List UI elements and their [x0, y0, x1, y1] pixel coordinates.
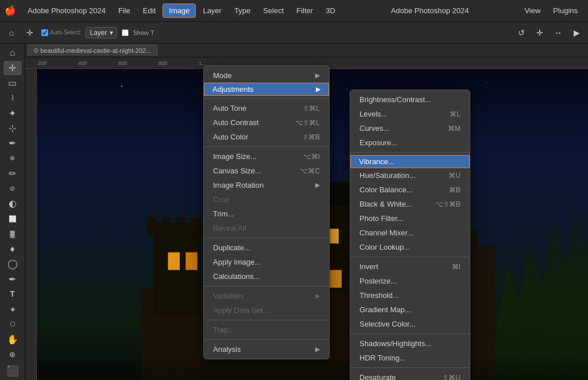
image-menu-reveal-all: Reveal All: [204, 221, 329, 235]
menu-3d[interactable]: 3D: [320, 4, 341, 17]
svg-rect-3: [148, 217, 156, 229]
left-toolbar: ⌂ ✛ ▭ ⌇ ✦ ⊹ ✒ ⊕ ✏ ⊘ ◐ ⬜ ▓ ♦ ◯ ✒ T ◈ ⬡ ✋ …: [0, 44, 25, 380]
rotate-ccw-icon[interactable]: ↺: [514, 26, 528, 40]
image-menu-apply-data-set: Apply Data Set...: [204, 303, 329, 317]
adj-brightness-contrast[interactable]: Brightness/Contrast...: [350, 92, 470, 107]
adjustments-submenu: Brightness/Contrast... Levels... ⌘L Curv…: [350, 90, 470, 380]
layer-dropdown[interactable]: Layer ▾: [86, 27, 117, 38]
submenu-arrow-adjustments-icon: ▶: [316, 86, 320, 93]
canvas-area: © beautiful-medieval-castle-at-night-202…: [25, 44, 588, 380]
tool-eraser[interactable]: ⬜: [3, 212, 22, 226]
adj-threshold[interactable]: Threshold...: [350, 288, 470, 303]
image-menu-adjustments[interactable]: Adjustments ▶: [204, 83, 329, 96]
tool-zoom[interactable]: ⊕: [3, 347, 22, 361]
image-menu-crop: Crop: [204, 192, 329, 207]
adj-hdr-toning[interactable]: HDR Toning...: [350, 351, 470, 365]
menu-ps-title[interactable]: Adobe Photoshop 2024: [22, 4, 111, 17]
separator6: [204, 339, 329, 340]
adj-vibrance[interactable]: Vibrance...: [350, 155, 470, 168]
tool-healing[interactable]: ⊕: [3, 152, 22, 165]
image-menu-apply-image[interactable]: Apply Image...: [204, 255, 329, 269]
menu-type[interactable]: Type: [229, 4, 256, 17]
svg-rect-4: [162, 217, 171, 229]
adj-gradient-map[interactable]: Gradient Map...: [350, 303, 470, 317]
tool-pen[interactable]: ✒: [3, 272, 22, 286]
foreground-bg-colors[interactable]: ⬛: [3, 364, 22, 378]
menu-plugins[interactable]: Plugins: [547, 4, 583, 17]
adj-black-white[interactable]: Black & White... ⌥⇧⌘B: [350, 197, 470, 211]
auto-select-label: Auto-Select:: [50, 29, 81, 36]
menu-image[interactable]: Image: [163, 3, 196, 18]
tool-home[interactable]: ⌂: [3, 46, 22, 60]
adj-shadows-highlights[interactable]: Shadows/Highlights...: [350, 336, 470, 351]
tool-hand[interactable]: ✋: [3, 332, 22, 346]
image-menu-canvas-size[interactable]: Canvas Size... ⌥⌘C: [204, 164, 329, 178]
tool-magic-wand[interactable]: ✦: [3, 106, 22, 120]
tool-path[interactable]: ◈: [3, 303, 22, 316]
adj-desaturate[interactable]: Desaturate ⇧⌘U: [350, 370, 470, 380]
menu-edit[interactable]: Edit: [137, 4, 161, 17]
separator-adj4: [350, 367, 470, 368]
image-menu-variables: Variables ▶: [204, 289, 329, 303]
adj-photo-filter[interactable]: Photo Filter...: [350, 211, 470, 226]
canvas-tab[interactable]: © beautiful-medieval-castle-at-night-202…: [28, 45, 157, 56]
adj-selective-color[interactable]: Selective Color...: [350, 317, 470, 331]
image-menu-auto-tone[interactable]: Auto Tone ⇧⌘L: [204, 101, 329, 115]
tool-lasso[interactable]: ⌇: [3, 91, 22, 105]
separator-adj1: [350, 152, 470, 153]
show-transform-controls-checkbox[interactable]: [122, 29, 129, 36]
tool-eyedropper[interactable]: ✒: [3, 137, 22, 150]
move-toolbar-icon[interactable]: ✛: [23, 26, 37, 40]
adj-color-balance[interactable]: Color Balance... ⌘B: [350, 183, 470, 197]
image-menu-duplicate[interactable]: Duplicate...: [204, 241, 329, 255]
auto-select-checkbox[interactable]: [41, 29, 48, 36]
adj-color-lookup[interactable]: Color Lookup...: [350, 240, 470, 254]
tool-clone[interactable]: ⊘: [3, 181, 22, 195]
svg-rect-19: [330, 228, 339, 243]
options-toolbar: ⌂ ✛ Auto-Select: Layer ▾ Show T ↺ ✛ ↔ ▶: [0, 22, 588, 44]
separator-adj2: [350, 257, 470, 257]
image-menu-auto-contrast[interactable]: Auto Contrast ⌥⇧⌘L: [204, 115, 329, 130]
adj-curves[interactable]: Curves... ⌘M: [350, 121, 470, 135]
tool-move[interactable]: ✛: [3, 61, 22, 75]
menu-file[interactable]: File: [113, 4, 136, 17]
image-menu-image-rotation[interactable]: Image Rotation ▶: [204, 178, 329, 192]
adj-invert[interactable]: Invert ⌘I: [350, 259, 470, 274]
menu-select[interactable]: Select: [257, 4, 289, 17]
svg-rect-5: [177, 217, 185, 229]
menu-layer[interactable]: Layer: [197, 4, 227, 17]
image-menu-mode[interactable]: Mode ▶: [204, 68, 329, 83]
tool-marquee[interactable]: ▭: [3, 76, 22, 90]
image-menu-trim[interactable]: Trim...: [204, 207, 329, 221]
move2-icon[interactable]: ↔: [551, 26, 565, 40]
submenu-arrow-variables-icon: ▶: [315, 292, 320, 300]
position-icon[interactable]: ✛: [533, 26, 547, 40]
tool-brush[interactable]: ✏: [3, 166, 22, 180]
adj-hue-saturation[interactable]: Hue/Saturation... ⌘U: [350, 168, 470, 183]
home-toolbar-icon[interactable]: ⌂: [5, 26, 18, 40]
adj-levels[interactable]: Levels... ⌘L: [350, 107, 470, 121]
image-menu-calculations[interactable]: Calculations...: [204, 269, 329, 284]
adj-posterize[interactable]: Posterize...: [350, 274, 470, 288]
menu-view[interactable]: View: [519, 4, 546, 17]
menu-filter[interactable]: Filter: [291, 4, 319, 17]
tool-gradient[interactable]: ▓: [3, 227, 22, 241]
svg-rect-23: [330, 270, 342, 288]
adj-exposure[interactable]: Exposure...: [350, 135, 470, 150]
image-menu-auto-color[interactable]: Auto Color ⇧⌘B: [204, 130, 329, 144]
separator2: [204, 146, 329, 147]
tool-history[interactable]: ◐: [3, 197, 22, 211]
image-menu-image-size[interactable]: Image Size... ⌥⌘I: [204, 149, 329, 164]
apple-logo-icon[interactable]: 🍎: [5, 5, 16, 16]
adj-channel-mixer[interactable]: Channel Mixer...: [350, 226, 470, 240]
video-icon[interactable]: ▶: [570, 26, 583, 40]
image-menu-analysis[interactable]: Analysis ▶: [204, 342, 329, 356]
tool-type[interactable]: T: [3, 287, 22, 301]
show-t-label: Show T: [133, 29, 154, 36]
tool-shape[interactable]: ⬡: [3, 317, 22, 331]
tool-crop[interactable]: ⊹: [3, 121, 22, 135]
main-area: ⌂ ✛ ▭ ⌇ ✦ ⊹ ✒ ⊕ ✏ ⊘ ◐ ⬜ ▓ ♦ ◯ ✒ T ◈ ⬡ ✋ …: [0, 44, 588, 380]
tool-dodge[interactable]: ◯: [3, 257, 22, 271]
tool-blur[interactable]: ♦: [3, 242, 22, 255]
separator: [204, 98, 329, 99]
